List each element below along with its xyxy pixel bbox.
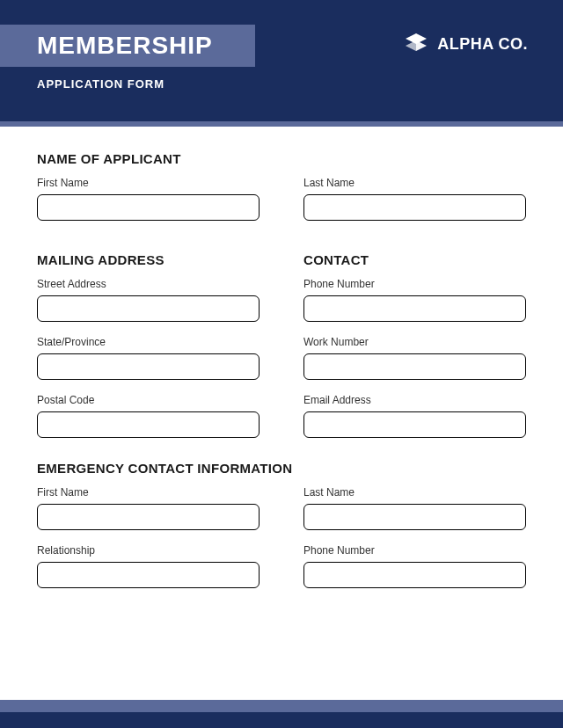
em-first-name-label: First Name bbox=[37, 486, 260, 499]
state-label: State/Province bbox=[37, 336, 260, 348]
street-input[interactable] bbox=[37, 295, 260, 322]
last-name-label: Last Name bbox=[303, 177, 526, 189]
first-name-input[interactable] bbox=[37, 194, 260, 221]
em-relationship-input[interactable] bbox=[37, 562, 260, 588]
phone-input[interactable] bbox=[303, 295, 526, 322]
em-relationship-label: Relationship bbox=[37, 544, 260, 557]
work-label: Work Number bbox=[303, 336, 526, 348]
mailing-title: MAILING ADDRESS bbox=[37, 252, 260, 267]
postal-input[interactable] bbox=[37, 411, 260, 438]
em-first-name-input[interactable] bbox=[37, 504, 260, 530]
page-subtitle: APPLICATION FORM bbox=[37, 77, 165, 91]
contact-title: CONTACT bbox=[303, 252, 526, 267]
logo-icon bbox=[402, 33, 430, 55]
state-input[interactable] bbox=[37, 353, 260, 380]
footer-light bbox=[0, 700, 563, 712]
first-name-label: First Name bbox=[37, 177, 260, 189]
em-phone-input[interactable] bbox=[303, 562, 526, 588]
contact-section: CONTACT Phone Number Work Number Email A… bbox=[303, 252, 526, 452]
mailing-section: MAILING ADDRESS Street Address State/Pro… bbox=[37, 252, 260, 452]
footer bbox=[0, 700, 563, 728]
em-phone-label: Phone Number bbox=[303, 544, 526, 557]
company-name: ALPHA CO. bbox=[437, 35, 528, 54]
header: MEMBERSHIP APPLICATION FORM ALPHA CO. bbox=[0, 0, 563, 121]
street-label: Street Address bbox=[37, 278, 260, 290]
phone-label: Phone Number bbox=[303, 278, 526, 290]
applicant-title: NAME OF APPLICANT bbox=[37, 151, 526, 166]
footer-dark bbox=[0, 712, 563, 728]
company-logo: ALPHA CO. bbox=[402, 33, 528, 55]
email-input[interactable] bbox=[303, 411, 526, 438]
email-label: Email Address bbox=[303, 394, 526, 406]
page-title: MEMBERSHIP bbox=[37, 32, 218, 60]
last-name-input[interactable] bbox=[303, 194, 526, 221]
work-input[interactable] bbox=[303, 353, 526, 380]
postal-label: Postal Code bbox=[37, 394, 260, 406]
form-content: NAME OF APPLICANT First Name Last Name M… bbox=[0, 127, 563, 602]
emergency-title: EMERGENCY CONTACT INFORMATION bbox=[37, 461, 526, 476]
applicant-section: NAME OF APPLICANT First Name Last Name bbox=[37, 151, 526, 235]
em-last-name-input[interactable] bbox=[303, 504, 526, 530]
title-bar: MEMBERSHIP bbox=[0, 25, 255, 67]
em-last-name-label: Last Name bbox=[303, 486, 526, 499]
emergency-section: EMERGENCY CONTACT INFORMATION First Name… bbox=[37, 461, 526, 602]
